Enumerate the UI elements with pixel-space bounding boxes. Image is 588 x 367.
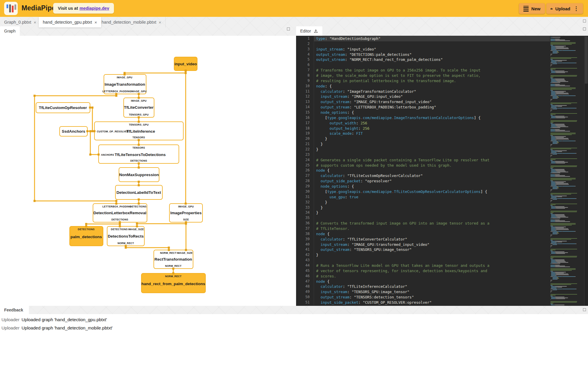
code-line: 32 }: [296, 200, 550, 205]
svg-text:DetectionLabelIdToText: DetectionLabelIdToText: [116, 190, 161, 195]
close-icon[interactable]: ×: [34, 20, 36, 25]
tab-graph[interactable]: Graph: [0, 26, 20, 36]
cloud-upload-icon: [551, 6, 553, 11]
code-line: 40 input_stream: "IMAGE_GPU:transformed_…: [296, 242, 550, 247]
code-line: 10node: {: [296, 84, 550, 89]
feedback-source: Uploader: [1, 325, 22, 330]
graph-node-tflite-tensors-to-detections[interactable]: TENSORS ANCHORS TfLiteTensorsToDetection…: [99, 145, 179, 163]
code-line: 34}: [296, 210, 550, 215]
download-icon[interactable]: [313, 29, 318, 33]
svg-text:IMAGE_GPU: IMAGE_GPU: [131, 99, 147, 102]
code-line: 25# supports custom ops needed by the mo…: [296, 163, 550, 168]
graph-canvas[interactable]: input_video IMAGE_GPU ImageTransformatio…: [0, 36, 294, 306]
graph-node-hand-rect-from-palm-detections[interactable]: NORM_RECT hand_rect_from_palm_detections: [141, 273, 205, 293]
code-line: 5output_stream: "NORM_RECT:hand_rect_fro…: [296, 57, 550, 62]
code-line: 19 scale_mode: FIT: [296, 131, 550, 136]
file-tab-hand-detection-mobile[interactable]: hand_detection_mobile.pbtxt ×: [97, 17, 166, 27]
graph-node-ssd-anchors[interactable]: SsdAnchors: [60, 126, 87, 136]
svg-text:input_video: input_video: [174, 62, 197, 66]
maximize-graph-icon[interactable]: [287, 27, 290, 30]
scrollbar-thumb[interactable]: [585, 36, 588, 84]
graph-node-detection-label-id-to-text[interactable]: DetectionLabelIdToText: [115, 185, 162, 199]
code-line: 44# Runs a TensorFlow Lite model on GPU …: [296, 263, 550, 268]
code-line: 1type: "HandDetectionSubgraph": [296, 36, 550, 41]
feedback-source: Uploader: [1, 317, 22, 322]
maximize-icon[interactable]: [583, 20, 586, 22]
code-line: 20 }: [296, 136, 550, 142]
graph-node-tflite-inference[interactable]: TENSORS_GPU CUSTOM_OP_RESOLVER TfLiteInf…: [94, 122, 183, 140]
svg-text:DETECTIONS: DETECTIONS: [78, 228, 95, 231]
svg-text:SsdAnchors: SsdAnchors: [62, 129, 85, 134]
maximize-editor-icon[interactable]: [583, 27, 586, 30]
close-icon[interactable]: ×: [94, 20, 97, 25]
close-icon[interactable]: ×: [159, 20, 161, 25]
code-line: 23: [296, 152, 550, 157]
svg-text:LETTERBOX_PADDING: LETTERBOX_PADDING: [102, 90, 131, 93]
mediapipe-dev-link[interactable]: mediapipe.dev: [79, 6, 109, 11]
file-tab-label: hand_detection_gpu.pbtxt: [43, 20, 92, 25]
code-editor[interactable]: 1type: "HandDetectionSubgraph"23input_st…: [296, 36, 588, 306]
svg-text:IMAGE_GPU: IMAGE_GPU: [131, 90, 147, 93]
code-line: 35: [296, 215, 550, 221]
graph-node-tflite-converter[interactable]: IMAGE_GPU TfLiteConverter TENSORS_GPU: [124, 98, 154, 117]
code-line: 15 node_options: {: [296, 110, 550, 115]
svg-text:DetectionsToRects: DetectionsToRects: [108, 234, 143, 238]
minimap[interactable]: [551, 37, 584, 305]
graph-node-image-properties[interactable]: IMAGE_GPU ImageProperties SIZE: [169, 204, 202, 222]
graph-node-input-video[interactable]: input_video: [174, 57, 197, 71]
svg-text:DETECTIONS: DETECTIONS: [111, 228, 128, 231]
code-line: 2: [296, 41, 550, 47]
svg-text:DETECTIONS: DETECTIONS: [112, 218, 128, 221]
feedback-row: Uploader Uploaded graph 'hand_detection_…: [1, 325, 112, 330]
svg-text:NonMaxSuppression: NonMaxSuppression: [119, 173, 159, 177]
code-line: 28 output_side_packet: "opresolver": [296, 178, 550, 184]
code-line: 49 input_stream: "TENSORS_GPU:image_tens…: [296, 289, 550, 295]
editor-tab-label: Editor: [300, 29, 311, 33]
code-line: 7# Transforms the input image on GPU to …: [296, 68, 550, 73]
graph-node-rect-transformation[interactable]: NORM_RECT IMAGE_SIZE RectTransformation …: [154, 250, 193, 269]
tab-editor[interactable]: Editor: [296, 26, 322, 36]
feedback-tab-label: Feedback: [4, 308, 23, 312]
svg-text:TENSORS: TENSORS: [133, 136, 145, 139]
code-line: 26node {: [296, 168, 550, 173]
graph-node-palm-detections[interactable]: DETECTIONS palm_detections: [70, 226, 103, 246]
graph-node-tflite-custom-op-resolver[interactable]: TfLiteCustomOpResolver: [36, 103, 90, 113]
upload-menu-icon[interactable]: ⋮: [574, 6, 579, 11]
code-line: 42}: [296, 252, 550, 258]
code-line: 24# Generates a single side packet conta…: [296, 157, 550, 163]
new-button[interactable]: New: [519, 3, 545, 14]
editor-scrollbar[interactable]: [584, 36, 588, 306]
svg-text:ANCHORS: ANCHORS: [101, 153, 114, 156]
mediapipe-logo-icon: [4, 2, 18, 15]
svg-text:IMAGE_SIZE: IMAGE_SIZE: [128, 228, 144, 231]
code-line: 4output_stream: "DETECTIONS:palm_detecti…: [296, 52, 550, 57]
svg-text:TfLiteCustomOpResolver: TfLiteCustomOpResolver: [39, 105, 87, 110]
svg-text:DETECTIONS: DETECTIONS: [130, 205, 147, 208]
graph-tab-label: Graph: [4, 29, 16, 33]
svg-text:IMAGE_GPU: IMAGE_GPU: [178, 205, 194, 208]
graph-node-non-max-suppression[interactable]: NonMaxSuppression: [119, 168, 159, 182]
upload-button[interactable]: Upload ⋮: [546, 3, 583, 14]
maximize-feedback-icon[interactable]: [583, 308, 586, 311]
tab-feedback[interactable]: Feedback: [0, 306, 29, 314]
svg-text:IMAGE_GPU: IMAGE_GPU: [117, 76, 133, 79]
new-graph-icon: [523, 6, 529, 12]
graph-node-detection-letterbox-removal[interactable]: LETTERBOX_PADDING DETECTIONS DetectionLe…: [93, 204, 147, 222]
code-line: 27 calculator: "TfLiteCustomOpResolverCa…: [296, 173, 550, 178]
code-line: 39 calculator: "TfLiteConverterCalculato…: [296, 237, 550, 242]
upload-button-label: Upload: [555, 6, 570, 11]
svg-text:NORM_RECT: NORM_RECT: [165, 275, 182, 278]
file-tab-hand-detection-gpu[interactable]: hand_detection_gpu.pbtxt ×: [39, 17, 101, 27]
svg-text:NORM_RECT: NORM_RECT: [165, 264, 182, 267]
file-tab-graph-0[interactable]: Graph_0.pbtxt ×: [0, 17, 41, 27]
svg-text:TENSORS_GPU: TENSORS_GPU: [129, 123, 148, 126]
code-line: 38node {: [296, 231, 550, 237]
svg-text:LETTERBOX_PADDING: LETTERBOX_PADDING: [102, 205, 131, 208]
code-line: 6: [296, 62, 550, 68]
code-line: 14 output_stream: "LETTERBOX_PADDING:let…: [296, 105, 550, 110]
graph-node-image-transformation[interactable]: IMAGE_GPU ImageTransformation LETTERBOX_…: [102, 74, 146, 94]
code-line: 46# scores.: [296, 274, 550, 279]
app-title: MediaPipe: [22, 4, 56, 12]
graph-node-detections-to-rects[interactable]: DETECTIONS IMAGE_SIZE DetectionsToRects …: [107, 226, 144, 246]
svg-text:TENSORS: TENSORS: [133, 146, 145, 149]
